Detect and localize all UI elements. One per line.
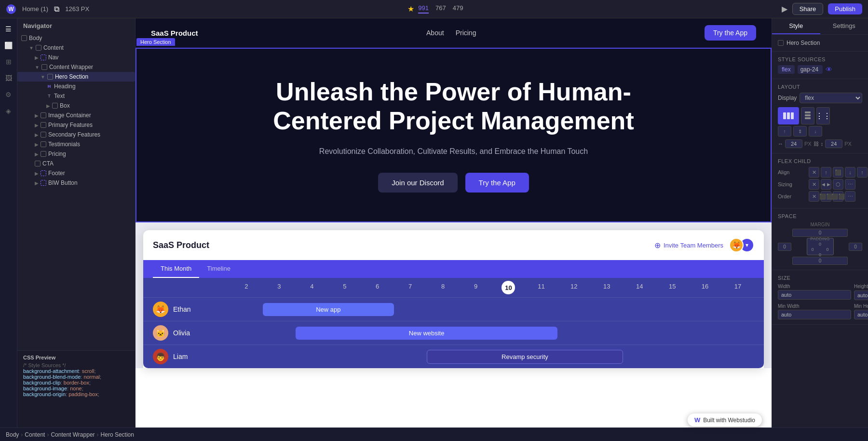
nav-item-hero-section[interactable]: ▼ Hero Section: [17, 72, 135, 82]
components-icon[interactable]: ⊞: [2, 55, 15, 69]
gap-right-input[interactable]: [825, 139, 842, 148]
duplicate-icon[interactable]: ⧉: [54, 5, 59, 14]
margin-left-input[interactable]: 0: [778, 243, 791, 251]
nav-item-box[interactable]: ▶ Box: [17, 101, 135, 110]
share-button[interactable]: Share: [792, 3, 824, 15]
publish-button[interactable]: Publish: [828, 3, 862, 14]
order-btn-2[interactable]: ⬛⬛: [833, 191, 843, 202]
nav-link-pricing[interactable]: Pricing: [456, 29, 476, 37]
settings-icon[interactable]: ⚙: [2, 88, 15, 101]
nav-link-about[interactable]: About: [426, 29, 444, 37]
sizing-btn-shrink[interactable]: ◄►: [821, 179, 831, 190]
frame-icon: [41, 180, 46, 186]
padding-left-val: 0: [811, 247, 814, 252]
tab-timeline[interactable]: Timeline: [199, 260, 238, 278]
nav-item-testimonials[interactable]: ▶ Testimonials: [17, 139, 135, 149]
align-end-btn[interactable]: ↓: [809, 126, 822, 137]
user-ethan: 🦊 Ethan: [153, 302, 230, 317]
gap-link-icon[interactable]: ⛓: [814, 141, 819, 147]
nav-item-secondary-features[interactable]: ▶ Secondary Features: [17, 130, 135, 139]
user-name-liam: Liam: [173, 353, 188, 360]
avatar-olivia-row: 🐱: [153, 325, 168, 341]
play-button[interactable]: ▶: [782, 4, 787, 14]
align-between-btn[interactable]: ⇕: [793, 126, 807, 137]
nav-icon[interactable]: ☰: [2, 22, 15, 36]
breadcrumb-hero-section[interactable]: Hero Section: [101, 431, 134, 438]
breadcrumb-content-wrapper[interactable]: Content Wrapper: [51, 431, 95, 438]
assets-icon[interactable]: 🖼: [2, 71, 15, 85]
width-input[interactable]: [778, 290, 851, 300]
tab-this-month[interactable]: This Month: [153, 260, 199, 278]
star-icon: ★: [407, 4, 414, 14]
nav-item-biw-button[interactable]: ▶ BIW Button: [17, 178, 135, 188]
pages-icon[interactable]: ⬜: [2, 39, 15, 52]
task-ethan[interactable]: New app: [263, 303, 394, 316]
flex-row-active[interactable]: [778, 107, 799, 124]
app-logo[interactable]: W: [6, 4, 16, 14]
task-olivia[interactable]: New website: [296, 327, 558, 340]
breakpoint-991[interactable]: 991: [418, 4, 429, 14]
nav-item-content[interactable]: ▼ Content: [17, 43, 135, 53]
source-eye-icon[interactable]: 👁: [826, 66, 832, 73]
gap-left-input[interactable]: [785, 139, 802, 148]
order-btn-more[interactable]: ⋯: [845, 191, 855, 202]
day-15: 15: [656, 281, 689, 294]
flex-child-title: Flex Child: [778, 158, 862, 164]
breadcrumb-body[interactable]: Body: [6, 431, 19, 438]
user-name-olivia: Olivia: [173, 329, 190, 337]
source-flex[interactable]: flex: [778, 65, 795, 74]
min-width-input[interactable]: [778, 310, 851, 319]
nav-item-pricing[interactable]: ▶ Pricing: [17, 149, 135, 159]
margin-right-input[interactable]: 0: [849, 243, 862, 251]
join-discord-button[interactable]: Join our Discord: [378, 173, 457, 193]
align-btn-bottom[interactable]: ↓: [845, 167, 855, 178]
nav-item-content-wrapper[interactable]: ▼ Content Wrapper: [17, 62, 135, 72]
nav-item-cta[interactable]: CTA: [17, 159, 135, 168]
invite-team-button[interactable]: ⊕ Invite Team Members: [654, 241, 723, 250]
height-field: Height ⤡: [854, 284, 868, 301]
breakpoint-767[interactable]: 767: [435, 4, 446, 14]
order-btn-1[interactable]: ⬛⬛: [821, 191, 831, 202]
built-with-badge[interactable]: W Built with Webstudio: [688, 413, 762, 427]
tab-settings[interactable]: Settings: [820, 18, 868, 34]
margin-top-input[interactable]: 0: [792, 229, 848, 237]
breadcrumb-content[interactable]: Content: [25, 431, 45, 438]
tab-style[interactable]: Style: [772, 18, 820, 34]
display-label: Display: [778, 95, 797, 101]
main-layout: ☰ ⬜ ⊞ 🖼 ⚙ ◈ Navigator Body ▼ Content: [0, 18, 868, 427]
hero-section-checkbox[interactable]: Hero Section: [778, 40, 862, 46]
align-btn-mid[interactable]: ⬛: [833, 167, 843, 178]
nav-item-nav[interactable]: ▶ Nav: [17, 53, 135, 62]
order-btn-x[interactable]: ✕: [809, 191, 819, 202]
sizing-btn-x[interactable]: ✕: [809, 179, 819, 190]
preview-nav-cta[interactable]: Try the App: [705, 25, 756, 41]
align-btn-stretch[interactable]: ↑: [857, 167, 868, 178]
breakpoint-479[interactable]: 479: [453, 4, 463, 14]
nav-item-body[interactable]: Body: [17, 33, 135, 43]
css-line-2: background-attachment: scroll;: [23, 368, 129, 374]
breadcrumb: Body › Content › Content Wrapper › Hero …: [0, 427, 868, 441]
display-select[interactable]: flex block grid: [800, 93, 862, 103]
chevron-icon: ▶: [35, 152, 39, 157]
height-input[interactable]: [854, 290, 868, 300]
nav-item-image-container[interactable]: ▶ Image Container: [17, 110, 135, 120]
task-liam[interactable]: Revamp security: [427, 350, 624, 364]
nav-item-footer[interactable]: ▶ Footer: [17, 168, 135, 178]
home-label[interactable]: Home (1): [22, 5, 48, 13]
sizing-btn-grow[interactable]: ⬡: [833, 179, 843, 190]
nav-item-heading[interactable]: H Heading: [17, 82, 135, 91]
align-btn-top[interactable]: ↑: [821, 167, 831, 178]
try-app-button[interactable]: Try the App: [465, 173, 529, 193]
sizing-btn-more[interactable]: ⋯: [845, 179, 855, 190]
flex-column-btn[interactable]: [801, 107, 814, 124]
margin-bottom-input[interactable]: 0: [792, 257, 848, 265]
data-icon[interactable]: ◈: [2, 104, 15, 118]
day-2: 2: [230, 281, 263, 294]
nav-item-primary-features[interactable]: ▶ Primary Features: [17, 120, 135, 130]
flex-wrap-btn[interactable]: ⋮⋮: [816, 107, 830, 124]
align-start-btn[interactable]: ↑: [778, 126, 791, 137]
align-btn-x[interactable]: ✕: [809, 167, 819, 178]
source-gap-input[interactable]: [798, 65, 823, 74]
nav-item-text[interactable]: T Text: [17, 91, 135, 101]
min-height-input[interactable]: [854, 310, 868, 319]
